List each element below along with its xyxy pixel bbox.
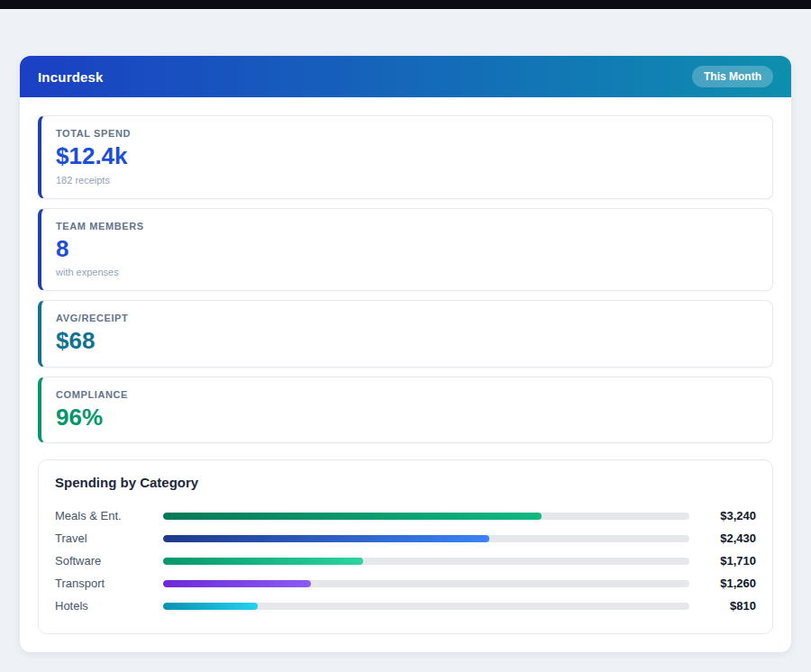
category-value: $2,430 [691,531,756,545]
stat-value: 8 [56,236,758,262]
period-badge[interactable]: This Month [692,66,773,87]
stat-value: $12.4k [56,143,758,169]
stat-value: $68 [56,328,758,354]
bar-fill-hotels [163,603,258,610]
stat-label: COMPLIANCE [56,389,758,400]
stat-subtext: 182 receipts [56,175,758,186]
top-window-bar [0,0,811,9]
category-label: Transport [55,577,161,590]
bar-track [163,603,689,610]
bar-track [163,580,689,587]
bar-track [163,513,689,520]
bar-fill-travel [163,535,489,542]
chart-row-transport: Transport $1,260 [55,572,756,595]
stat-label: TEAM MEMBERS [56,221,758,232]
chart-row-hotels: Hotels $810 [55,595,756,617]
chart-title: Spending by Category [55,475,756,490]
category-label: Software [55,554,161,568]
chart-row-travel: Travel $2,430 [55,527,756,549]
bar-track [163,535,689,542]
dashboard-card: Incurdesk This Month TOTAL SPEND $12.4k … [20,56,791,652]
category-label: Travel [55,531,161,545]
category-value: $3,240 [691,509,756,522]
chart-row-software: Software $1,710 [55,549,756,572]
bar-fill-transport [163,580,311,587]
stat-label: TOTAL SPEND [56,128,758,139]
stat-card-team-members: TEAM MEMBERS 8 with expenses [38,208,773,292]
category-value: $1,710 [691,554,756,568]
stat-card-total-spend: TOTAL SPEND $12.4k 182 receipts [38,115,773,199]
stat-card-compliance: COMPLIANCE 96% [38,377,773,444]
category-label: Meals & Ent. [55,509,161,522]
stat-value: 96% [56,404,758,431]
stat-label: AVG/RECEIPT [56,313,758,323]
stat-card-avg-receipt: AVG/RECEIPT $68 [38,300,773,368]
category-value: $1,260 [691,577,756,590]
spending-by-category-card: Spending by Category Meals & Ent. $3,240… [38,459,773,634]
app-header: Incurdesk This Month [20,56,791,97]
bar-track [163,558,689,565]
category-value: $810 [691,599,756,613]
app-title: Incurdesk [38,69,104,85]
dashboard-body: TOTAL SPEND $12.4k 182 receipts TEAM MEM… [20,97,791,652]
stat-subtext: with expenses [56,267,758,277]
bar-fill-meals [163,513,542,520]
bar-fill-software [163,558,363,565]
category-label: Hotels [55,599,161,613]
chart-row-meals: Meals & Ent. $3,240 [55,504,756,527]
